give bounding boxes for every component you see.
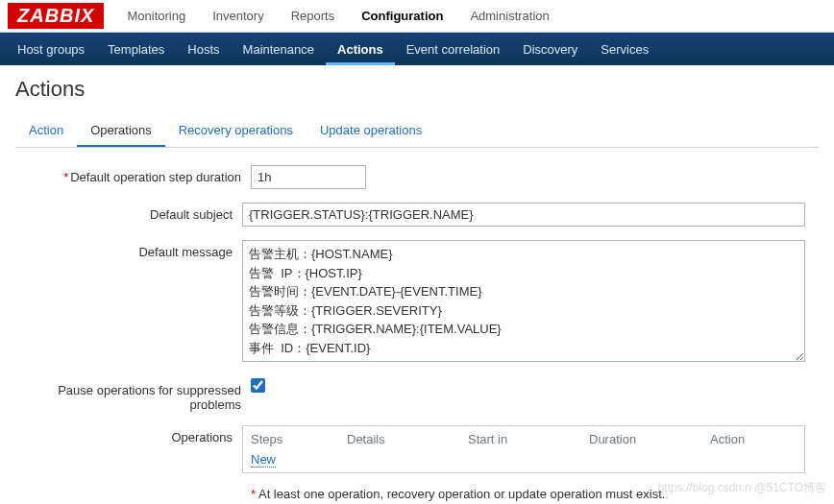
message-textarea[interactable]: 告警主机：{HOST.NAME} 告警 IP：{HOST.IP} 告警时间：{E… bbox=[242, 240, 805, 362]
operations-table: Steps Details Start in Duration Action N… bbox=[242, 425, 805, 473]
col-startin: Start in bbox=[468, 432, 589, 446]
sub-nav: Host groups Templates Hosts Maintenance … bbox=[0, 33, 834, 65]
logo: ZABBIX bbox=[8, 3, 104, 29]
tabs: Action Operations Recovery operations Up… bbox=[15, 115, 819, 148]
subnav-maintenance[interactable]: Maintenance bbox=[232, 33, 326, 65]
subnav-services[interactable]: Services bbox=[589, 33, 660, 65]
pause-label: Pause operations for suppressed problems bbox=[15, 378, 251, 412]
tab-operations[interactable]: Operations bbox=[77, 115, 165, 147]
duration-label: *Default operation step duration bbox=[15, 165, 251, 189]
page-content: Actions Action Operations Recovery opera… bbox=[0, 65, 834, 504]
topnav-monitoring[interactable]: Monitoring bbox=[113, 1, 199, 31]
subject-input[interactable] bbox=[242, 203, 805, 227]
tab-recovery-operations[interactable]: Recovery operations bbox=[165, 115, 307, 147]
topnav-reports[interactable]: Reports bbox=[278, 1, 349, 31]
required-hint: * At least one operation, recovery opera… bbox=[251, 487, 665, 501]
col-action: Action bbox=[710, 432, 797, 446]
col-steps: Steps bbox=[251, 432, 347, 446]
subnav-templates[interactable]: Templates bbox=[96, 33, 176, 65]
operations-label: Operations bbox=[15, 425, 242, 473]
page-title: Actions bbox=[15, 77, 819, 102]
subnav-actions[interactable]: Actions bbox=[326, 33, 395, 65]
subnav-discovery[interactable]: Discovery bbox=[511, 33, 589, 65]
top-nav: Monitoring Inventory Reports Configurati… bbox=[113, 1, 562, 31]
col-details: Details bbox=[347, 432, 468, 446]
subnav-host-groups[interactable]: Host groups bbox=[6, 33, 96, 65]
topnav-inventory[interactable]: Inventory bbox=[199, 1, 277, 31]
operations-new-link[interactable]: New bbox=[251, 452, 276, 468]
pause-checkbox[interactable] bbox=[251, 378, 265, 393]
subject-label: Default subject bbox=[15, 203, 242, 227]
duration-input[interactable] bbox=[251, 165, 366, 189]
top-bar: ZABBIX Monitoring Inventory Reports Conf… bbox=[0, 0, 834, 33]
col-duration: Duration bbox=[589, 432, 710, 446]
operations-table-header: Steps Details Start in Duration Action bbox=[243, 426, 804, 452]
tab-update-operations[interactable]: Update operations bbox=[307, 115, 435, 147]
tab-action[interactable]: Action bbox=[15, 115, 77, 147]
topnav-configuration[interactable]: Configuration bbox=[348, 1, 456, 31]
subnav-event-correlation[interactable]: Event correlation bbox=[395, 33, 512, 65]
topnav-administration[interactable]: Administration bbox=[456, 1, 562, 31]
subnav-hosts[interactable]: Hosts bbox=[176, 33, 231, 65]
message-label: Default message bbox=[15, 240, 242, 365]
